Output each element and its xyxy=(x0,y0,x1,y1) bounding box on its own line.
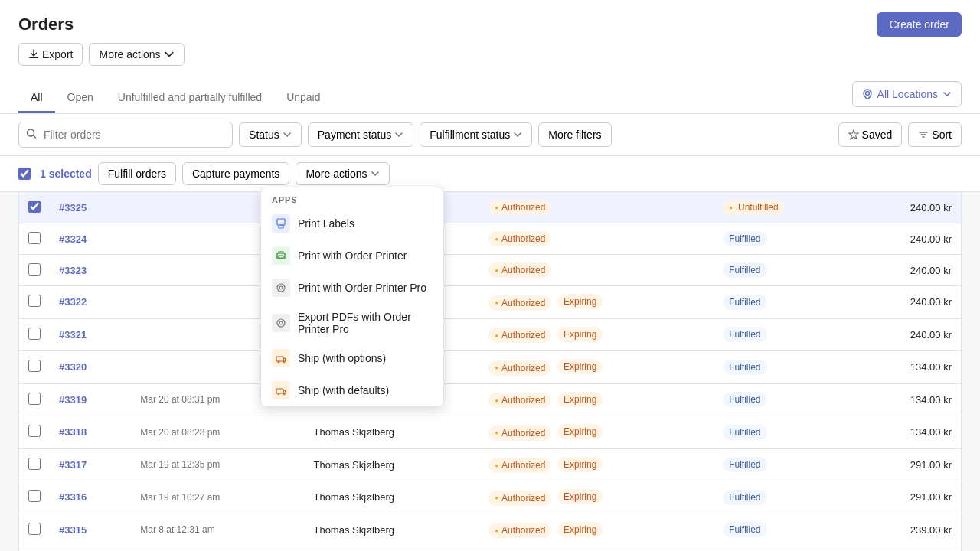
sort-icon xyxy=(918,129,929,140)
order-id-link[interactable]: #3325 xyxy=(59,202,87,214)
payment-status-filter-button[interactable]: Payment status xyxy=(308,122,414,147)
dropdown-item-print-order-printer[interactable]: Print with Order Printer xyxy=(261,240,443,272)
payment-chevron-icon xyxy=(394,130,403,139)
more-filters-button[interactable]: More filters xyxy=(538,122,611,147)
table-row: #3318 Mar 20 at 08:28 pm Thomas Skjølber… xyxy=(19,416,961,449)
location-chevron-icon xyxy=(942,90,952,99)
table-section: 1 selected Fulfill orders Capture paymen… xyxy=(0,156,980,551)
dropdown-item-ship-defaults[interactable]: Ship (with defaults) xyxy=(261,374,443,406)
create-order-button[interactable]: Create order xyxy=(877,12,962,37)
filters-bar: Status Payment status Fulfillment status… xyxy=(0,114,980,156)
more-actions-button[interactable]: More actions xyxy=(89,43,184,66)
svg-point-6 xyxy=(277,284,285,292)
search-wrap xyxy=(18,122,233,148)
svg-point-8 xyxy=(277,319,285,327)
fulfillment-badge: Fulfilled xyxy=(723,522,766,537)
tab-unpaid[interactable]: Unpaid xyxy=(274,83,332,113)
fulfillment-badge: Fulfilled xyxy=(723,457,766,472)
payment-badge: Authorized xyxy=(488,393,551,408)
row-checkbox[interactable] xyxy=(28,360,41,372)
svg-rect-10 xyxy=(276,357,283,361)
row-checkbox[interactable] xyxy=(28,201,41,213)
order-id-link[interactable]: #3319 xyxy=(59,394,87,406)
row-checkbox[interactable] xyxy=(28,263,41,276)
fulfillment-badge: Fulfilled xyxy=(723,360,766,375)
location-filter-button[interactable]: All Locations xyxy=(852,81,962,107)
export-button[interactable]: Export xyxy=(18,43,83,66)
fulfillment-badge: Fulfilled xyxy=(723,231,766,246)
fulfillment-badge: Fulfilled xyxy=(723,425,766,440)
print-labels-icon xyxy=(272,214,290,233)
table-row: #3314 Mar 7 at 08:45 pm Thomas Skjølberg… xyxy=(19,546,961,552)
svg-point-14 xyxy=(278,393,279,395)
select-all-checkbox[interactable] xyxy=(18,168,31,180)
expiring-badge: Expiring xyxy=(557,359,603,374)
order-id-link[interactable]: #3320 xyxy=(59,361,87,373)
bulk-more-chevron-icon xyxy=(371,169,380,178)
saved-button[interactable]: Saved xyxy=(838,122,903,147)
table-row: #3317 Mar 19 at 12:35 pm Thomas Skjølber… xyxy=(19,448,961,481)
payment-badge: Authorized xyxy=(488,262,551,278)
location-icon xyxy=(862,89,873,99)
ship-defaults-icon xyxy=(272,381,290,399)
expiring-badge: Expiring xyxy=(557,327,603,342)
fulfillment-chevron-icon xyxy=(513,130,522,139)
bulk-more-actions-button[interactable]: More actions xyxy=(296,162,389,185)
table-row: #3322 as Skjølberg Authorized Expiring F… xyxy=(19,286,961,319)
order-id-link[interactable]: #3315 xyxy=(59,524,87,536)
expiring-badge: Expiring xyxy=(557,392,603,407)
svg-rect-3 xyxy=(279,225,283,228)
row-checkbox[interactable] xyxy=(28,490,41,502)
row-checkbox[interactable] xyxy=(28,328,41,340)
svg-point-15 xyxy=(283,393,285,395)
row-checkbox[interactable] xyxy=(28,425,41,437)
svg-point-9 xyxy=(279,321,283,324)
order-id-link[interactable]: #3316 xyxy=(59,491,87,503)
table-row: #3321 as Skjølberg Authorized Expiring F… xyxy=(19,318,961,351)
table-row: #3319 Mar 20 at 08:31 pm Thomas Skjølber… xyxy=(19,383,961,416)
row-checkbox[interactable] xyxy=(28,232,41,244)
payment-badge: Authorized xyxy=(488,523,551,538)
tabs-bar: All Open Unfulfilled and partially fulfi… xyxy=(18,83,333,113)
payment-badge: Authorized xyxy=(488,491,551,506)
tab-unfulfilled[interactable]: Unfulfilled and partially fulfilled xyxy=(106,83,274,113)
svg-point-0 xyxy=(865,92,869,96)
fulfillment-badge: Fulfilled xyxy=(723,490,766,505)
capture-payments-button[interactable]: Capture payments xyxy=(182,162,289,185)
order-id-link[interactable]: #3318 xyxy=(59,426,87,438)
dropdown-item-print-order-printer-pro[interactable]: Print with Order Printer Pro xyxy=(261,272,443,304)
expiring-badge: Expiring xyxy=(557,424,603,439)
fulfillment-status-filter-button[interactable]: Fulfillment status xyxy=(420,122,532,147)
order-id-link[interactable]: #3321 xyxy=(59,329,87,341)
tab-open[interactable]: Open xyxy=(55,83,106,113)
bulk-bar: 1 selected Fulfill orders Capture paymen… xyxy=(0,156,980,192)
order-id-link[interactable]: #3317 xyxy=(59,459,87,471)
table-row: #3324 as Skjølberg Authorized Fulfilled … xyxy=(19,223,961,255)
search-input[interactable] xyxy=(18,122,233,148)
page-title: Orders xyxy=(18,15,74,34)
dropdown-item-ship-options[interactable]: Ship (with options) xyxy=(261,342,443,374)
order-id-link[interactable]: #3322 xyxy=(59,296,87,308)
row-checkbox[interactable] xyxy=(28,458,41,470)
row-checkbox[interactable] xyxy=(28,523,41,535)
payment-badge: Authorized xyxy=(488,425,551,441)
sort-button[interactable]: Sort xyxy=(908,122,962,147)
status-filter-button[interactable]: Status xyxy=(239,122,302,147)
header-actions-row: Export More actions xyxy=(0,43,980,72)
tab-all[interactable]: All xyxy=(18,83,55,113)
fulfill-orders-button[interactable]: Fulfill orders xyxy=(98,162,176,185)
dropdown-item-export-pdfs[interactable]: Export PDFs with Order Printer Pro xyxy=(261,304,443,342)
svg-rect-5 xyxy=(279,256,283,258)
payment-badge: Authorized xyxy=(488,231,551,246)
dropdown-item-print-labels[interactable]: Print Labels xyxy=(261,207,443,240)
row-checkbox[interactable] xyxy=(28,393,41,405)
tabs-location-row: All Open Unfulfilled and partially fulfi… xyxy=(0,81,980,113)
order-id-link[interactable]: #3323 xyxy=(59,265,87,276)
row-checkbox[interactable] xyxy=(28,295,41,307)
orders-table-wrap: #3325 as Skjølberg Authorized ●Unfulfill… xyxy=(18,192,962,551)
chevron-down-icon xyxy=(164,49,175,60)
dropdown-section-apps-label: APPS xyxy=(261,187,443,207)
print-order-printer-icon xyxy=(272,246,290,265)
order-id-link[interactable]: #3324 xyxy=(59,233,87,245)
svg-point-12 xyxy=(283,361,285,363)
